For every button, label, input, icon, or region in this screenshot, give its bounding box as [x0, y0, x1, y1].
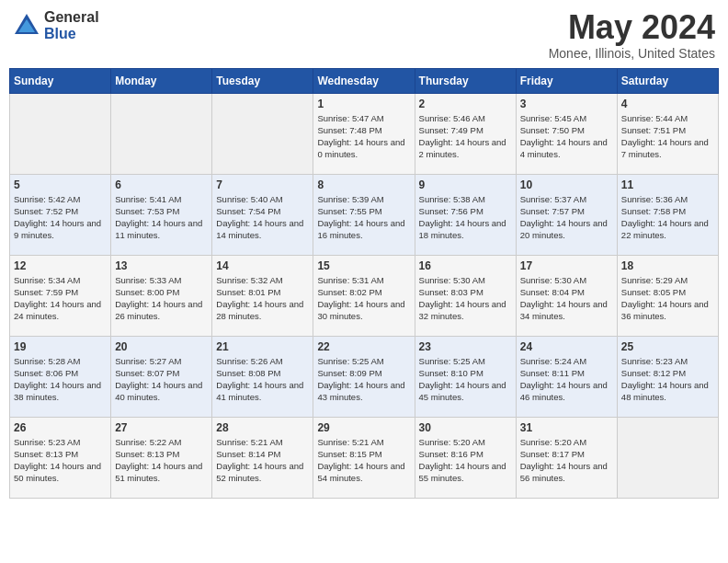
cell-content: Sunrise: 5:26 AMSunset: 8:08 PMDaylight:…	[216, 355, 309, 404]
day-number: 30	[419, 421, 512, 434]
calendar-cell: 25Sunrise: 5:23 AMSunset: 8:12 PMDayligh…	[617, 336, 718, 417]
day-number: 16	[419, 259, 512, 272]
cell-content: Sunrise: 5:22 AMSunset: 8:13 PMDaylight:…	[115, 436, 208, 485]
calendar-cell: 2Sunrise: 5:46 AMSunset: 7:49 PMDaylight…	[415, 93, 516, 174]
day-number: 5	[14, 178, 107, 191]
week-row-1: 1Sunrise: 5:47 AMSunset: 7:48 PMDaylight…	[10, 93, 719, 174]
day-number: 11	[621, 178, 714, 191]
calendar-cell: 22Sunrise: 5:25 AMSunset: 8:09 PMDayligh…	[313, 336, 415, 417]
day-number: 2	[419, 98, 512, 110]
weekday-header-wednesday: Wednesday	[313, 68, 415, 93]
cell-content: Sunrise: 5:30 AMSunset: 8:03 PMDaylight:…	[419, 274, 512, 323]
calendar-cell: 24Sunrise: 5:24 AMSunset: 8:11 PMDayligh…	[516, 336, 617, 417]
weekday-header-monday: Monday	[111, 68, 212, 93]
day-number: 25	[621, 340, 714, 353]
cell-content: Sunrise: 5:36 AMSunset: 7:58 PMDaylight:…	[621, 193, 714, 242]
cell-content: Sunrise: 5:25 AMSunset: 8:09 PMDaylight:…	[317, 355, 410, 404]
calendar-cell	[617, 417, 718, 498]
calendar-cell: 27Sunrise: 5:22 AMSunset: 8:13 PMDayligh…	[111, 417, 212, 498]
calendar-cell: 5Sunrise: 5:42 AMSunset: 7:52 PMDaylight…	[10, 174, 111, 255]
day-number: 22	[317, 340, 410, 353]
cell-content: Sunrise: 5:25 AMSunset: 8:10 PMDaylight:…	[419, 355, 512, 404]
day-number: 3	[520, 98, 613, 110]
weekday-header-row: SundayMondayTuesdayWednesdayThursdayFrid…	[10, 68, 719, 93]
title-block: May 2024 Monee, Illinois, United States	[549, 9, 715, 61]
day-number: 10	[520, 178, 613, 191]
day-number: 7	[216, 178, 309, 191]
cell-content: Sunrise: 5:24 AMSunset: 8:11 PMDaylight:…	[520, 355, 613, 404]
day-number: 17	[520, 259, 613, 272]
calendar-cell: 14Sunrise: 5:32 AMSunset: 8:01 PMDayligh…	[212, 255, 313, 336]
cell-content: Sunrise: 5:31 AMSunset: 8:02 PMDaylight:…	[317, 274, 410, 323]
cell-content: Sunrise: 5:23 AMSunset: 8:12 PMDaylight:…	[621, 355, 714, 404]
calendar-cell: 29Sunrise: 5:21 AMSunset: 8:15 PMDayligh…	[313, 417, 415, 498]
cell-content: Sunrise: 5:30 AMSunset: 8:04 PMDaylight:…	[520, 274, 613, 323]
day-number: 31	[520, 421, 613, 434]
day-number: 20	[115, 340, 208, 353]
day-number: 6	[115, 178, 208, 191]
calendar-cell: 7Sunrise: 5:40 AMSunset: 7:54 PMDaylight…	[212, 174, 313, 255]
calendar-cell	[10, 93, 111, 174]
weekday-header-tuesday: Tuesday	[212, 68, 313, 93]
day-number: 9	[419, 178, 512, 191]
cell-content: Sunrise: 5:20 AMSunset: 8:16 PMDaylight:…	[419, 436, 512, 485]
day-number: 14	[216, 259, 309, 272]
logo: General Blue	[13, 9, 99, 41]
day-number: 23	[419, 340, 512, 353]
calendar-cell: 26Sunrise: 5:23 AMSunset: 8:13 PMDayligh…	[10, 417, 111, 498]
weekday-header-sunday: Sunday	[10, 68, 111, 93]
day-number: 18	[621, 259, 714, 272]
calendar-cell: 11Sunrise: 5:36 AMSunset: 7:58 PMDayligh…	[617, 174, 718, 255]
cell-content: Sunrise: 5:46 AMSunset: 7:49 PMDaylight:…	[419, 112, 512, 161]
cell-content: Sunrise: 5:38 AMSunset: 7:56 PMDaylight:…	[419, 193, 512, 242]
calendar-cell: 21Sunrise: 5:26 AMSunset: 8:08 PMDayligh…	[212, 336, 313, 417]
page-header: General Blue May 2024 Monee, Illinois, U…	[9, 9, 719, 61]
logo-text: General Blue	[44, 9, 99, 41]
calendar-cell: 4Sunrise: 5:44 AMSunset: 7:51 PMDaylight…	[617, 93, 718, 174]
cell-content: Sunrise: 5:21 AMSunset: 8:14 PMDaylight:…	[216, 436, 309, 485]
day-number: 8	[317, 178, 410, 191]
calendar-cell: 8Sunrise: 5:39 AMSunset: 7:55 PMDaylight…	[313, 174, 415, 255]
day-number: 26	[14, 421, 107, 434]
logo-general: General	[44, 9, 99, 26]
calendar-cell: 9Sunrise: 5:38 AMSunset: 7:56 PMDaylight…	[415, 174, 516, 255]
calendar-cell: 28Sunrise: 5:21 AMSunset: 8:14 PMDayligh…	[212, 417, 313, 498]
calendar-cell: 3Sunrise: 5:45 AMSunset: 7:50 PMDaylight…	[516, 93, 617, 174]
week-row-4: 19Sunrise: 5:28 AMSunset: 8:06 PMDayligh…	[10, 336, 719, 417]
calendar-cell: 15Sunrise: 5:31 AMSunset: 8:02 PMDayligh…	[313, 255, 415, 336]
calendar-cell	[212, 93, 313, 174]
calendar-cell: 1Sunrise: 5:47 AMSunset: 7:48 PMDaylight…	[313, 93, 415, 174]
cell-content: Sunrise: 5:28 AMSunset: 8:06 PMDaylight:…	[14, 355, 107, 404]
weekday-header-thursday: Thursday	[415, 68, 516, 93]
month-title: May 2024	[549, 9, 715, 46]
calendar-cell: 10Sunrise: 5:37 AMSunset: 7:57 PMDayligh…	[516, 174, 617, 255]
day-number: 19	[14, 340, 107, 353]
week-row-3: 12Sunrise: 5:34 AMSunset: 7:59 PMDayligh…	[10, 255, 719, 336]
cell-content: Sunrise: 5:23 AMSunset: 8:13 PMDaylight:…	[14, 436, 107, 485]
calendar-cell: 20Sunrise: 5:27 AMSunset: 8:07 PMDayligh…	[111, 336, 212, 417]
cell-content: Sunrise: 5:29 AMSunset: 8:05 PMDaylight:…	[621, 274, 714, 323]
week-row-2: 5Sunrise: 5:42 AMSunset: 7:52 PMDaylight…	[10, 174, 719, 255]
weekday-header-saturday: Saturday	[617, 68, 718, 93]
day-number: 1	[317, 98, 410, 110]
day-number: 4	[621, 98, 714, 110]
cell-content: Sunrise: 5:47 AMSunset: 7:48 PMDaylight:…	[317, 112, 410, 161]
calendar-cell: 12Sunrise: 5:34 AMSunset: 7:59 PMDayligh…	[10, 255, 111, 336]
cell-content: Sunrise: 5:34 AMSunset: 7:59 PMDaylight:…	[14, 274, 107, 323]
day-number: 29	[317, 421, 410, 434]
cell-content: Sunrise: 5:32 AMSunset: 8:01 PMDaylight:…	[216, 274, 309, 323]
calendar-table: SundayMondayTuesdayWednesdayThursdayFrid…	[9, 68, 719, 499]
calendar-cell: 17Sunrise: 5:30 AMSunset: 8:04 PMDayligh…	[516, 255, 617, 336]
calendar-cell: 6Sunrise: 5:41 AMSunset: 7:53 PMDaylight…	[111, 174, 212, 255]
location: Monee, Illinois, United States	[549, 46, 715, 61]
cell-content: Sunrise: 5:33 AMSunset: 8:00 PMDaylight:…	[115, 274, 208, 323]
calendar-cell: 13Sunrise: 5:33 AMSunset: 8:00 PMDayligh…	[111, 255, 212, 336]
week-row-5: 26Sunrise: 5:23 AMSunset: 8:13 PMDayligh…	[10, 417, 719, 498]
calendar-cell: 18Sunrise: 5:29 AMSunset: 8:05 PMDayligh…	[617, 255, 718, 336]
day-number: 15	[317, 259, 410, 272]
weekday-header-friday: Friday	[516, 68, 617, 93]
day-number: 12	[14, 259, 107, 272]
cell-content: Sunrise: 5:37 AMSunset: 7:57 PMDaylight:…	[520, 193, 613, 242]
cell-content: Sunrise: 5:40 AMSunset: 7:54 PMDaylight:…	[216, 193, 309, 242]
logo-blue: Blue	[44, 26, 99, 42]
